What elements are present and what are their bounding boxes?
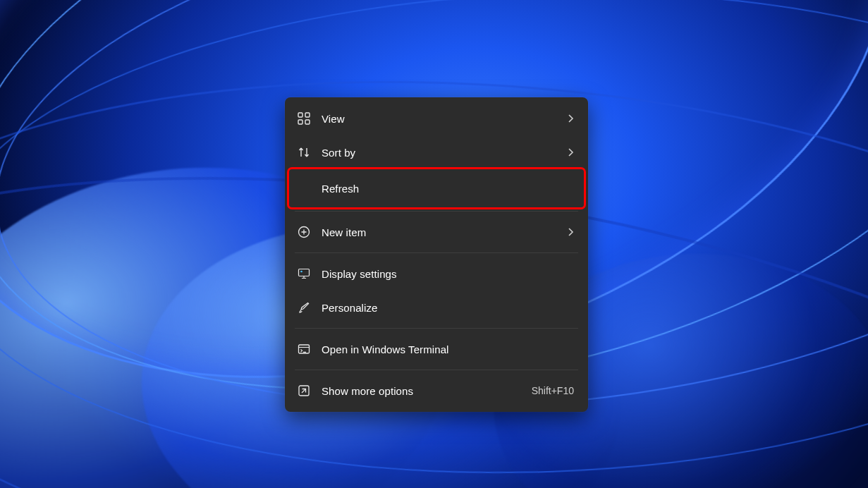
svg-point-6 [300,271,302,273]
menu-separator [295,328,578,329]
chevron-right-icon [567,227,574,237]
svg-rect-2 [298,120,302,124]
menu-item-show-more-options[interactable]: Show more options Shift+F10 [289,374,584,408]
keyboard-shortcut: Shift+F10 [532,385,574,396]
expand-icon [296,383,312,398]
paintbrush-icon [296,300,312,315]
menu-item-personalize[interactable]: Personalize [289,291,584,324]
menu-item-label: View [322,113,557,125]
menu-separator [295,370,578,370]
chevron-right-icon [567,147,574,157]
blank-icon [296,181,312,196]
menu-item-view[interactable]: View [289,102,584,135]
svg-rect-5 [299,269,310,276]
grid-icon [296,111,312,126]
menu-item-label: Display settings [322,268,574,280]
desktop-wallpaper[interactable]: View Sort by Refresh [0,0,868,488]
menu-item-sort-by[interactable]: Sort by [289,135,584,169]
menu-item-display-settings[interactable]: Display settings [289,257,584,291]
terminal-icon [296,341,312,357]
menu-item-label: Refresh [322,183,574,195]
menu-item-label: Sort by [322,147,557,159]
menu-item-label: Open in Windows Terminal [322,343,574,355]
menu-item-label: Show more options [322,385,522,397]
menu-separator [295,211,578,212]
svg-rect-1 [305,113,310,117]
chevron-right-icon [567,114,574,123]
svg-rect-3 [305,120,310,124]
svg-rect-0 [298,113,302,117]
menu-item-open-terminal[interactable]: Open in Windows Terminal [289,332,584,366]
sort-icon [296,145,312,160]
display-icon [296,266,312,281]
menu-item-label: New item [322,226,557,238]
menu-item-new-item[interactable]: New item [289,215,584,249]
plus-circle-icon [296,224,312,240]
menu-separator [295,252,578,253]
menu-item-refresh[interactable]: Refresh [289,169,584,207]
desktop-context-menu: View Sort by Refresh [285,97,588,412]
menu-item-label: Personalize [322,302,574,314]
